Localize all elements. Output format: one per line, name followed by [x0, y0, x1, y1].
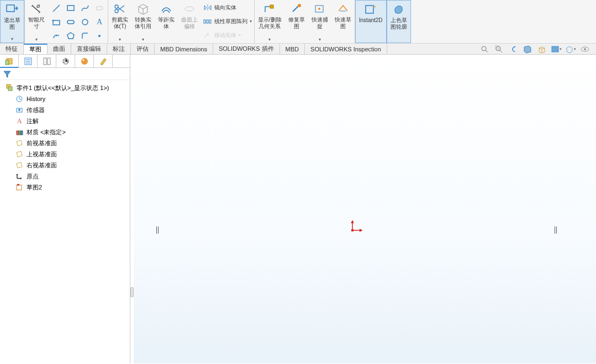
tab-markup[interactable]: 标注 — [107, 44, 131, 54]
repair-label: 修复草 图 — [288, 17, 305, 30]
trim-entities-button[interactable]: 剪裁实 体(T) ▾ — [108, 0, 131, 43]
tab-features[interactable]: 特征 — [0, 44, 24, 54]
svg-rect-29 — [6, 60, 9, 65]
linear-pattern-button[interactable]: 线性草图阵列 ▾ — [203, 15, 252, 28]
slot-tool[interactable] — [92, 1, 107, 15]
tree-label: 前视基准面 — [27, 139, 57, 147]
tab-evaluate[interactable]: 评估 — [131, 44, 155, 54]
tree-label: 注解 — [27, 117, 39, 125]
graphics-area[interactable]: || || — [134, 55, 596, 363]
surface-offset-label: 曲面上 偏移 — [181, 17, 198, 30]
rapid-sketch-label: 快速草 图 — [335, 17, 351, 30]
point-tool[interactable] — [92, 29, 107, 43]
tree-item-right-plane[interactable]: 右视基准面 — [0, 160, 130, 171]
property-manager-tab[interactable] — [19, 55, 38, 67]
dimxpert-manager-tab[interactable] — [56, 55, 75, 67]
tree-item-front-plane[interactable]: 前视基准面 — [0, 138, 130, 149]
svg-point-20 — [318, 8, 320, 10]
tree-label: 传感器 — [27, 106, 45, 114]
plane-icon — [15, 139, 23, 147]
rapid-sketch-button[interactable]: 快速草 图 — [331, 0, 355, 43]
smart-dimension-button[interactable]: ⌀ 智能尺 寸 ▾ — [25, 0, 48, 43]
svg-point-12 — [115, 9, 118, 13]
tree-item-annotations[interactable]: A 注解 — [0, 115, 130, 126]
slot-straight-tool[interactable] — [64, 15, 78, 29]
snap-icon — [313, 2, 326, 15]
fillet-tool[interactable] — [78, 29, 92, 43]
svg-point-35 — [82, 59, 85, 61]
mirror-entities-button[interactable]: 镜向实体 — [203, 1, 252, 14]
eye-icon[interactable] — [579, 44, 590, 54]
spline-tool[interactable] — [78, 1, 92, 15]
tab-sketch[interactable]: 草图 — [24, 44, 48, 54]
svg-point-18 — [298, 4, 301, 7]
history-icon — [15, 95, 23, 103]
tree-item-material[interactable]: 材质 <未指定> — [0, 126, 130, 138]
svg-point-13 — [185, 7, 194, 11]
previous-view-icon[interactable] — [508, 44, 519, 54]
move-entities-button[interactable]: 移动实体 ▾ — [203, 29, 252, 42]
plane-icon — [15, 150, 23, 158]
tree-item-sensors[interactable]: 传感器 — [0, 104, 130, 115]
display-style-icon[interactable]: ▾ — [551, 44, 562, 54]
line-tool[interactable] — [49, 1, 64, 15]
circle-tool[interactable] — [78, 15, 92, 29]
view-orientation-icon[interactable] — [536, 44, 547, 54]
tree-item-origin[interactable]: 原点 — [0, 171, 130, 182]
rect-corner-tool[interactable] — [49, 15, 64, 29]
feature-tree[interactable]: 零件1 (默认<<默认>_显示状态 1>) History 传感器 A 注解 材… — [0, 80, 130, 363]
zoom-area-icon[interactable] — [493, 44, 504, 54]
svg-point-23 — [496, 46, 500, 51]
material-icon — [15, 128, 23, 136]
hide-show-icon[interactable]: ▾ — [565, 44, 576, 54]
surface-offset-button[interactable]: 曲面上 偏移 — [178, 0, 201, 43]
instant2d-button[interactable]: Instant2D — [355, 0, 387, 43]
tree-root-part[interactable]: 零件1 (默认<<默认>_显示状态 1>) — [0, 82, 130, 93]
arc-tool[interactable] — [49, 29, 64, 43]
sensors-icon — [15, 106, 23, 114]
polygon-tool[interactable] — [64, 29, 78, 43]
text-tool[interactable]: A — [92, 15, 107, 29]
rectangle-tool[interactable] — [64, 1, 78, 15]
svg-point-8 — [56, 35, 57, 36]
tab-solidworks-addins[interactable]: SOLIDWORKS 插件 — [213, 44, 280, 54]
instant2d-label: Instant2D — [359, 17, 383, 24]
tree-item-sketch2[interactable]: 草图2 — [0, 182, 130, 193]
quick-snap-button[interactable]: 快速捕 捉 ▾ — [308, 0, 331, 43]
display-manager-tab[interactable] — [75, 55, 94, 67]
svg-point-40 — [18, 109, 20, 111]
display-relations-button[interactable]: 显示/删除 几何关系 ▾ — [255, 0, 285, 43]
markup-tab[interactable] — [94, 55, 113, 67]
tree-filter-bar[interactable] — [0, 68, 130, 80]
tree-label: 右视基准面 — [27, 161, 57, 170]
dropdown-icon: ▾ — [119, 37, 121, 42]
relations-icon — [263, 2, 276, 15]
repair-sketch-button[interactable]: 修复草 图 — [285, 0, 308, 43]
svg-rect-16 — [209, 20, 211, 23]
svg-point-7 — [82, 19, 88, 25]
offset-entities-button[interactable]: 等距实 体 — [155, 0, 178, 43]
shaded-label: 上色草 图轮廓 — [391, 17, 407, 30]
tree-item-top-plane[interactable]: 上视基准面 — [0, 149, 130, 160]
linear-pattern-label: 线性草图阵列 — [214, 18, 247, 25]
shaded-sketch-button[interactable]: 上色草 图轮廓 — [387, 0, 411, 43]
tab-solidworks-inspection[interactable]: SOLIDWORKS Inspection — [305, 44, 387, 54]
svg-rect-25 — [552, 46, 558, 52]
feature-manager-tab[interactable] — [0, 55, 19, 67]
svg-point-10 — [98, 35, 101, 37]
section-view-icon[interactable] — [522, 44, 533, 54]
rapid-sketch-icon — [336, 2, 350, 15]
exit-sketch-button[interactable]: 退出草 图 ▾ — [0, 0, 24, 43]
tab-mbd-dimensions[interactable]: MBD Dimensions — [155, 44, 213, 54]
convert-entities-button[interactable]: 转换实 体引用 ▾ — [131, 0, 155, 43]
tab-direct-edit[interactable]: 直接编辑 — [71, 44, 107, 54]
tab-mbd[interactable]: MBD — [280, 44, 305, 54]
svg-rect-41 — [17, 131, 19, 135]
tab-surfaces[interactable]: 曲面 — [48, 44, 71, 54]
svg-point-11 — [115, 5, 118, 8]
zoom-fit-icon[interactable] — [479, 44, 490, 54]
svg-rect-32 — [48, 58, 50, 65]
tree-item-history[interactable]: History — [0, 93, 130, 104]
configuration-manager-tab[interactable] — [38, 55, 56, 67]
svg-rect-6 — [67, 20, 74, 24]
